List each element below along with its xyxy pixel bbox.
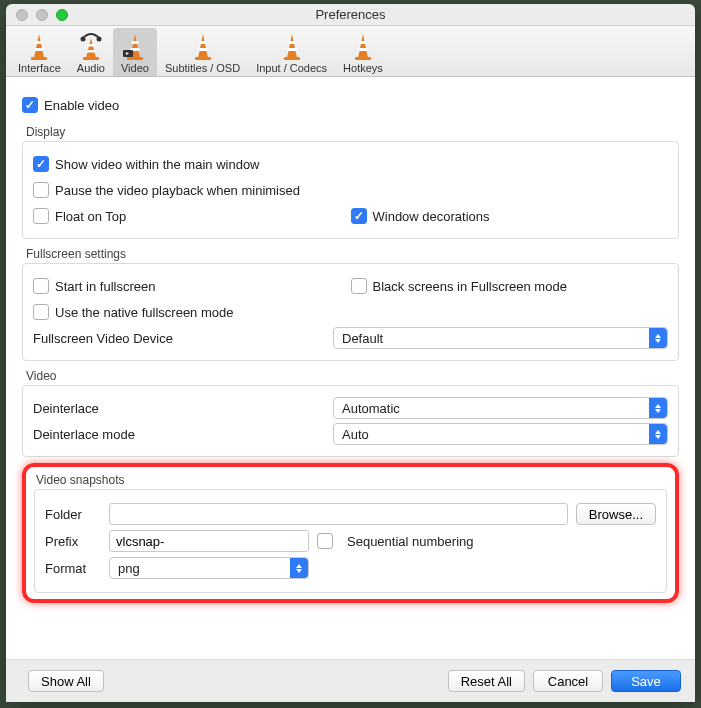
cone-icon [77,32,105,62]
prefix-label: Prefix [45,534,101,549]
svg-marker-0 [34,34,44,58]
fullscreen-group-label: Fullscreen settings [26,247,679,261]
folder-label: Folder [45,507,101,522]
enable-video-label: Enable video [44,98,119,113]
display-group: Show video within the main window Pause … [22,141,679,239]
chevron-updown-icon [649,424,667,444]
snapshots-group: Folder Browse... Prefix Sequential numbe… [34,489,667,593]
show-in-main-checkbox[interactable] [33,156,49,172]
snapshots-highlight: Video snapshots Folder Browse... Prefix … [22,463,679,603]
fullscreen-group: Start in fullscreen Black screens in Ful… [22,263,679,361]
svg-rect-13 [127,57,143,60]
footer: Show All Reset All Cancel Save [6,659,695,702]
deinterlace-mode-select[interactable]: Auto [333,423,668,445]
svg-rect-18 [198,48,207,51]
display-group-label: Display [26,125,679,139]
preferences-window: Preferences Interface Audio Video Subtit… [6,4,695,702]
svg-marker-20 [287,34,297,58]
svg-marker-6 [86,38,96,58]
window-title: Preferences [6,7,695,22]
video-group: Deinterlace Automatic Deinterlace mode A… [22,385,679,457]
svg-rect-8 [86,50,95,53]
deinterlace-label: Deinterlace [33,401,333,416]
cone-icon [349,32,377,62]
cone-icon [25,32,53,62]
tab-video[interactable]: Video [113,28,157,76]
cone-icon [121,32,149,62]
svg-marker-16 [198,34,208,58]
content: Enable video Display Show video within t… [6,77,695,659]
fullscreen-device-select[interactable]: Default [333,327,668,349]
svg-rect-1 [36,41,43,44]
chevron-updown-icon [649,328,667,348]
tab-audio[interactable]: Audio [69,28,113,76]
cone-icon [278,32,306,62]
cone-icon [189,32,217,62]
reset-all-button[interactable]: Reset All [448,670,525,692]
tab-interface[interactable]: Interface [10,28,69,76]
chevron-updown-icon [649,398,667,418]
svg-rect-17 [199,41,206,44]
svg-rect-22 [287,48,296,51]
titlebar: Preferences [6,4,695,26]
svg-rect-25 [359,41,366,44]
deinterlace-select[interactable]: Automatic [333,397,668,419]
browse-button[interactable]: Browse... [576,503,656,525]
format-select[interactable]: png [109,557,309,579]
format-label: Format [45,561,101,576]
float-on-top-checkbox[interactable] [33,208,49,224]
tab-hotkeys[interactable]: Hotkeys [335,28,391,76]
prefix-input[interactable] [109,530,309,552]
fullscreen-device-label: Fullscreen Video Device [33,331,333,346]
svg-point-5 [96,37,101,42]
svg-rect-7 [87,44,94,47]
svg-rect-2 [35,48,44,51]
sequential-numbering-label: Sequential numbering [347,534,473,549]
deinterlace-mode-label: Deinterlace mode [33,427,333,442]
svg-rect-21 [288,41,295,44]
start-fullscreen-checkbox[interactable] [33,278,49,294]
svg-rect-26 [358,48,367,51]
svg-point-4 [80,37,85,42]
save-button[interactable]: Save [611,670,681,692]
snapshots-group-label: Video snapshots [36,473,667,487]
window-decorations-checkbox[interactable] [351,208,367,224]
svg-rect-11 [131,41,138,44]
show-all-button[interactable]: Show All [28,670,104,692]
svg-rect-27 [355,57,371,60]
tab-subtitles[interactable]: Subtitles / OSD [157,28,248,76]
svg-marker-24 [358,34,368,58]
toolbar: Interface Audio Video Subtitles / OSD In… [6,26,695,77]
svg-rect-19 [195,57,211,60]
enable-video-checkbox[interactable] [22,97,38,113]
chevron-updown-icon [290,558,308,578]
folder-input[interactable] [109,503,568,525]
cancel-button[interactable]: Cancel [533,670,603,692]
black-screens-checkbox[interactable] [351,278,367,294]
svg-rect-23 [284,57,300,60]
video-group-label: Video [26,369,679,383]
svg-rect-3 [31,57,47,60]
tab-input-codecs[interactable]: Input / Codecs [248,28,335,76]
native-fullscreen-checkbox[interactable] [33,304,49,320]
svg-rect-9 [83,57,99,60]
pause-minimised-checkbox[interactable] [33,182,49,198]
sequential-numbering-checkbox[interactable] [317,533,333,549]
